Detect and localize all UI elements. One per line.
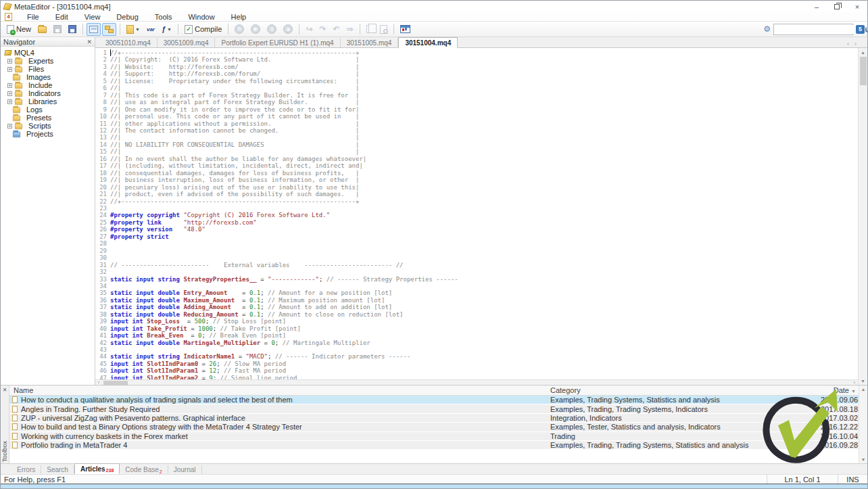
step-over-button[interactable]: ↷ — [316, 23, 329, 36]
continue-button[interactable]: ⇒ — [344, 23, 356, 36]
scroll-up-icon[interactable]: ▲ — [861, 48, 865, 56]
function-menu[interactable]: ƒ▼ — [159, 23, 174, 36]
menu-edit[interactable]: Edit — [47, 13, 76, 21]
menu-window[interactable]: Window — [180, 13, 222, 21]
magnifier-icon[interactable] — [865, 27, 867, 32]
tile-windows-toggle[interactable] — [87, 23, 101, 36]
code-token: //| | — [110, 85, 359, 91]
table-row[interactable]: How to conduct a qualitative analysis of… — [9, 396, 859, 404]
sidebar-item-logs[interactable]: Logs — [3, 106, 95, 114]
new-source-menu[interactable]: ▼ — [124, 23, 143, 36]
navigator-root-mql4[interactable]: MQL4 — [3, 49, 95, 57]
column-header-date[interactable]: Date ▼ — [821, 386, 859, 394]
code-token: IndicatorName1 — [183, 353, 235, 360]
table-row[interactable]: Angles in Trading. Further Study Require… — [9, 404, 859, 413]
close-icon[interactable]: ✕ — [87, 39, 92, 45]
code-token: input int — [110, 367, 147, 374]
scroll-up-icon[interactable]: ▲ — [861, 387, 866, 392]
tab-30151005-mq4[interactable]: 30151005.mq4 — [341, 38, 399, 47]
menu-file[interactable]: File — [19, 13, 47, 21]
line-number: 23 — [95, 205, 110, 212]
mql5-icon[interactable]: 5 — [856, 25, 865, 34]
debug-start-button[interactable]: ▶ — [248, 23, 263, 36]
restore-button[interactable] — [827, 1, 847, 12]
folder-label: Images — [26, 73, 51, 81]
new-button-label: New — [16, 25, 31, 33]
expand-plus-icon[interactable]: + — [7, 124, 12, 129]
tab-articles[interactable]: Articles238 — [74, 463, 120, 474]
horizontal-scrollbar[interactable]: ‹ › — [95, 379, 858, 385]
tab-portfolio-expert-eurusd-h1-1-mq4[interactable]: Portfolio Expert EURUSD H1 (1).mq4 — [215, 38, 340, 47]
table-row[interactable]: Working with currency baskets in the For… — [9, 432, 859, 441]
line-number: 39 — [95, 318, 110, 325]
code-token: //+-------------------------------------… — [110, 49, 359, 56]
metatrader-button[interactable] — [397, 23, 413, 36]
table-row[interactable]: Portfolio trading in MetaTrader 4Example… — [9, 441, 859, 450]
tab-code-base[interactable]: Code Base2 — [120, 465, 168, 474]
expand-plus-icon[interactable]: + — [7, 83, 12, 88]
tab-scroll-left-icon[interactable]: ‹ — [847, 41, 849, 47]
tab-scroll-right-icon[interactable]: › — [854, 41, 857, 47]
sidebar-item-images[interactable]: Images — [3, 73, 95, 81]
open-button[interactable] — [35, 23, 49, 36]
scroll-left-icon[interactable]: ‹ — [95, 380, 102, 385]
tab-30151004-mq4[interactable]: 30151004.mq4 — [398, 37, 458, 48]
gear-icon[interactable]: ⚙ — [763, 24, 771, 34]
toolbox-scrollbar[interactable]: ▲ ▼ — [859, 386, 867, 463]
copy-button[interactable] — [364, 23, 376, 36]
sidebar-item-experts[interactable]: +Experts — [3, 57, 95, 65]
step-into-button[interactable]: ↪ — [303, 23, 315, 36]
menu-view[interactable]: View — [76, 13, 109, 21]
menu-help[interactable]: Help — [223, 13, 255, 21]
debug-pause-button[interactable]: ‖ — [264, 23, 279, 36]
save-button[interactable] — [51, 23, 64, 36]
scroll-down-icon[interactable]: ▼ — [861, 377, 865, 385]
print-preview-button[interactable] — [377, 23, 390, 36]
minimize-button[interactable]: – — [806, 1, 827, 12]
table-row[interactable]: How to build and test a Binary Options s… — [9, 423, 859, 432]
articles-table-header[interactable]: Name Category Date ▼ — [9, 386, 859, 396]
expand-plus-icon[interactable]: + — [7, 91, 12, 96]
expand-plus-icon[interactable]: + — [7, 59, 12, 64]
code-token: = — [183, 332, 198, 339]
compile-button[interactable]: ✓Compile — [182, 23, 224, 36]
tab-errors[interactable]: Errors — [11, 465, 41, 474]
sidebar-item-files[interactable]: +Files — [3, 65, 95, 73]
navigator-toggle[interactable] — [102, 23, 116, 36]
vertical-scrollbar[interactable]: ▲ ▼ — [858, 48, 867, 385]
search-input[interactable] — [774, 25, 865, 34]
menu-debug[interactable]: Debug — [108, 13, 146, 21]
debug-restart-button[interactable]: ↻ — [232, 23, 247, 36]
close-button[interactable]: × — [847, 1, 867, 12]
tab-30051010-mq4[interactable]: 30051010.mq4 — [99, 38, 158, 47]
new-button[interactable]: +New — [4, 23, 34, 36]
scroll-down-icon[interactable]: ▼ — [861, 457, 866, 462]
tab-search[interactable]: Search — [41, 465, 74, 474]
sidebar-item-indicators[interactable]: +Indicators — [3, 89, 95, 97]
debug-stop-button[interactable]: ■ — [281, 23, 295, 36]
toolbox-label: Toolbox — [1, 441, 8, 462]
code-token: Maximum_Amount — [183, 297, 235, 304]
step-out-button[interactable]: ↶ — [331, 23, 343, 36]
tab-journal[interactable]: Journal — [168, 465, 202, 474]
table-row[interactable]: ZUP - universal ZigZag with Pesavento pa… — [9, 414, 859, 423]
sidebar-item-scripts[interactable]: +Scripts — [3, 122, 95, 130]
line-number: 45 — [95, 360, 110, 367]
menu-tools[interactable]: Tools — [147, 13, 180, 21]
expand-plus-icon[interactable]: + — [7, 99, 12, 104]
vertical-scroll-thumb[interactable] — [860, 57, 867, 85]
save-all-button[interactable] — [66, 23, 79, 36]
horizontal-scroll-thumb[interactable] — [103, 381, 128, 385]
sidebar-item-libraries[interactable]: +Libraries — [3, 97, 95, 106]
scroll-right-icon[interactable]: › — [851, 380, 858, 385]
tab-30051009-mq4[interactable]: 30051009.mq4 — [158, 38, 216, 47]
code-token: static input string — [110, 353, 183, 360]
sidebar-item-projects[interactable]: Projects — [3, 130, 95, 138]
expand-plus-icon[interactable]: + — [7, 67, 12, 72]
line-number: 6 — [95, 85, 110, 91]
sidebar-item-presets[interactable]: Presets — [3, 114, 95, 122]
close-icon[interactable]: ✕ — [3, 387, 7, 393]
variables-button[interactable]: var — [144, 23, 158, 36]
sidebar-item-include[interactable]: +Include — [3, 81, 95, 89]
code-editor[interactable]: 1//+------------------------------------… — [95, 48, 858, 385]
